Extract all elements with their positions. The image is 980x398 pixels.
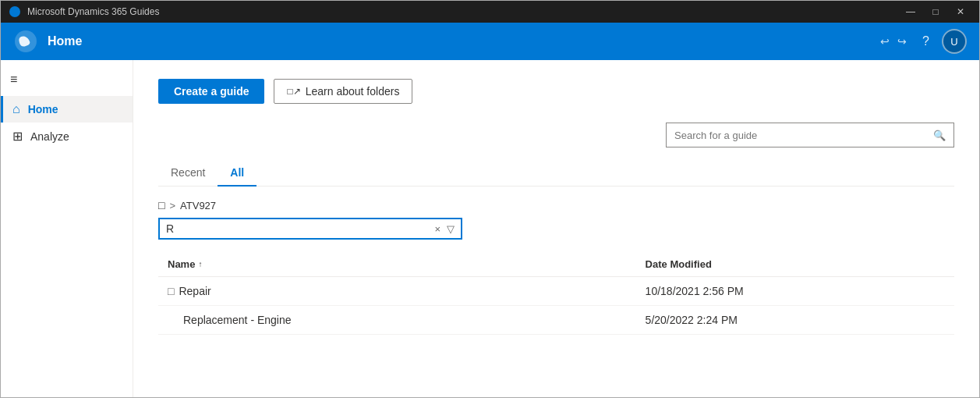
- filter-clear-button[interactable]: ×: [434, 223, 440, 235]
- header-right: ↩ ↪ ? U: [877, 29, 967, 54]
- undo-redo-group: ↩ ↪: [877, 34, 910, 49]
- table-row[interactable]: □ Repair 10/18/2021 2:56 PM: [158, 277, 954, 306]
- title-bar-left: Microsoft Dynamics 365 Guides: [9, 5, 159, 18]
- app-title: Home: [48, 34, 82, 48]
- table-header-row: Name ↑ Date Modified: [158, 252, 954, 277]
- learn-folders-icon: □↗: [287, 86, 300, 97]
- hamburger-button[interactable]: ≡: [1, 66, 133, 93]
- search-icon: 🔍: [933, 130, 946, 141]
- search-area: 🔍: [158, 123, 954, 147]
- sidebar-item-analyze[interactable]: ⊞ Analyze: [1, 123, 133, 150]
- undo-button[interactable]: ↩: [877, 34, 893, 49]
- breadcrumb-separator: >: [169, 200, 175, 211]
- search-input[interactable]: [674, 130, 929, 141]
- tab-recent[interactable]: Recent: [158, 160, 218, 187]
- filter-filter-button[interactable]: ▽: [447, 223, 455, 235]
- breadcrumb-folder-icon: □: [158, 199, 165, 211]
- filter-row: × ▽: [158, 218, 462, 240]
- sort-asc-icon: ↑: [198, 260, 202, 268]
- svg-point-0: [9, 6, 20, 17]
- content-area: Create a guide □↗ Learn about folders 🔍 …: [133, 60, 979, 397]
- guides-table: Name ↑ Date Modified □ Repair: [158, 252, 954, 335]
- filter-input[interactable]: [166, 222, 434, 235]
- minimize-button[interactable]: —: [900, 1, 922, 23]
- sidebar-item-home-label: Home: [28, 103, 58, 115]
- breadcrumb: □ > ATV927: [158, 199, 954, 211]
- title-bar: Microsoft Dynamics 365 Guides — □ ✕: [1, 1, 979, 23]
- main-layout: ≡ ⌂ Home ⊞ Analyze Create a guide □↗ Lea…: [1, 60, 979, 397]
- window-controls: — □ ✕: [900, 1, 971, 23]
- learn-folders-label: Learn about folders: [306, 85, 400, 98]
- title-bar-text: Microsoft Dynamics 365 Guides: [27, 6, 159, 17]
- dynamics-logo: [13, 29, 38, 54]
- cell-date-repair: 10/18/2021 2:56 PM: [636, 277, 954, 306]
- action-bar: Create a guide □↗ Learn about folders: [158, 79, 954, 104]
- filter-actions: × ▽: [434, 223, 455, 235]
- close-button[interactable]: ✕: [950, 1, 971, 23]
- cell-date-replacement: 5/20/2022 2:24 PM: [636, 306, 954, 335]
- create-guide-button[interactable]: Create a guide: [158, 79, 264, 104]
- sidebar-item-analyze-label: Analyze: [30, 130, 69, 143]
- cell-name-repair: □ Repair: [158, 277, 636, 306]
- guide-name-replacement: Replacement - Engine: [183, 314, 292, 326]
- col-header-date[interactable]: Date Modified: [636, 252, 954, 277]
- search-box: 🔍: [666, 123, 954, 147]
- sidebar-item-home[interactable]: ⌂ Home: [1, 96, 133, 123]
- maximize-button[interactable]: □: [925, 1, 946, 23]
- tabs: Recent All: [158, 160, 954, 187]
- learn-folders-button[interactable]: □↗ Learn about folders: [274, 79, 412, 104]
- sidebar: ≡ ⌂ Home ⊞ Analyze: [1, 60, 133, 397]
- avatar-initials: U: [950, 36, 957, 48]
- help-button[interactable]: ?: [922, 34, 929, 48]
- user-avatar[interactable]: U: [942, 29, 967, 54]
- folder-icon: □: [168, 285, 174, 297]
- cell-name-replacement: Replacement - Engine: [158, 306, 636, 335]
- header-left: Home: [13, 29, 82, 54]
- breadcrumb-path: ATV927: [180, 200, 216, 211]
- analyze-icon: ⊞: [12, 129, 23, 144]
- tab-all[interactable]: All: [218, 160, 256, 187]
- app-icon: [9, 5, 21, 18]
- home-icon: ⌂: [12, 102, 20, 116]
- table-row[interactable]: Replacement - Engine 5/20/2022 2:24 PM: [158, 306, 954, 335]
- guide-name-repair: Repair: [179, 285, 211, 297]
- redo-button[interactable]: ↪: [894, 34, 910, 49]
- col-header-name[interactable]: Name ↑: [158, 252, 636, 277]
- app-header: Home ↩ ↪ ? U: [1, 23, 979, 60]
